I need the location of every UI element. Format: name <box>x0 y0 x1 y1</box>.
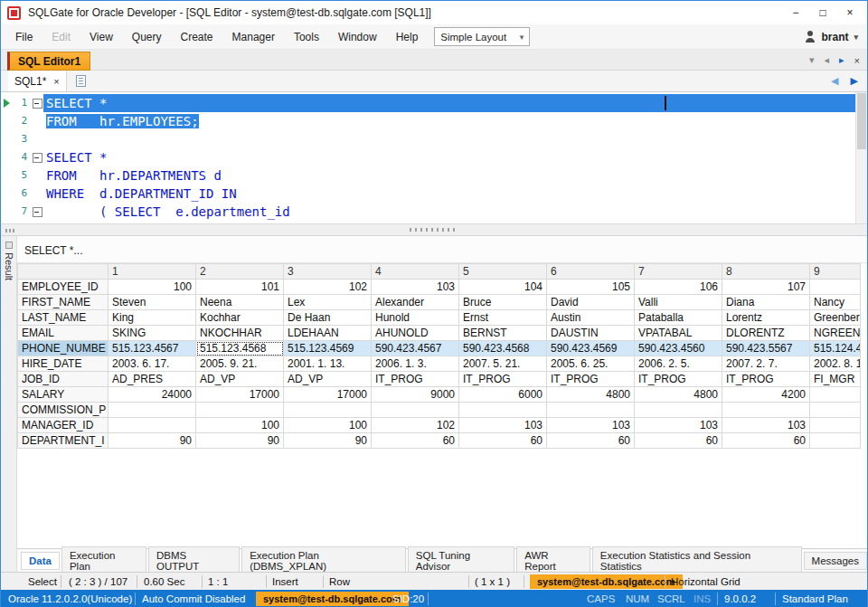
editor-scrollbar[interactable] <box>855 92 867 223</box>
layout-select[interactable]: Simple Layout ▾ <box>434 27 530 46</box>
grid-cell[interactable]: 6000 <box>459 387 547 403</box>
result-tab-execution-plan-dbms-xplan-[interactable]: Execution Plan (DBMS_XPLAN) <box>241 546 406 575</box>
grid-cell[interactable]: 60 <box>547 433 635 449</box>
grid-cell[interactable] <box>635 403 722 418</box>
grid-cell[interactable]: 2005. 9. 21. <box>196 356 284 372</box>
editor-line[interactable]: 6WHERE d.DEPARTMENT_ID IN <box>1 185 855 203</box>
fold-toggle-icon[interactable] <box>30 148 43 166</box>
grid-cell[interactable]: King <box>108 310 196 326</box>
grid-row-header[interactable]: JOB_ID <box>18 372 108 387</box>
menu-item-manager[interactable]: Manager <box>232 31 275 43</box>
editor-line[interactable]: 5FROM hr.DEPARTMENTS d <box>1 166 855 185</box>
close-icon[interactable]: × <box>836 1 863 24</box>
grid-cell[interactable]: 103 <box>635 418 722 433</box>
result-tab-awr-report[interactable]: AWR Report <box>516 546 590 575</box>
code-text[interactable] <box>43 130 855 148</box>
grid-cell[interactable]: Austin <box>547 310 635 326</box>
grid-cell[interactable]: Valli <box>635 295 722 310</box>
grid-cell[interactable]: Hunold <box>372 310 459 326</box>
grid-cell[interactable]: 590.423.4569 <box>547 341 635 356</box>
result-panel-tab[interactable]: Result <box>4 252 14 280</box>
result-tab-execution-plan[interactable]: Execution Plan <box>61 546 146 575</box>
grid-column-header[interactable]: 7 <box>635 264 722 280</box>
prev-doc-icon[interactable]: ◀ <box>831 75 838 87</box>
grid-cell[interactable]: DAUSTIN <box>547 326 635 341</box>
grid-cell[interactable]: 90 <box>284 433 372 449</box>
grid-cell[interactable]: 2007. 5. 21. <box>459 356 547 372</box>
grid-column-header[interactable]: 1 <box>108 264 196 280</box>
grid-cell[interactable]: IT_PROG <box>459 372 547 387</box>
grid-cell[interactable]: 590.423.4568 <box>459 341 547 356</box>
grid-column-header[interactable]: 6 <box>547 264 635 280</box>
grid-cell[interactable]: 17000 <box>284 387 372 403</box>
splitter-grip[interactable] <box>410 228 458 232</box>
grid-cell[interactable]: AHUNOLD <box>372 326 459 341</box>
grid-cell[interactable] <box>459 403 547 418</box>
grid-cell[interactable]: Pataballa <box>635 310 722 326</box>
close-panel-icon[interactable]: × <box>854 55 860 66</box>
grid-column-header[interactable]: 9 <box>810 264 861 280</box>
menu-item-query[interactable]: Query <box>132 31 162 43</box>
grid-row-header[interactable]: FIRST_NAME <box>18 295 108 310</box>
menu-item-view[interactable]: View <box>90 31 113 43</box>
grid-cell[interactable]: 2005. 6. 25. <box>547 356 635 372</box>
scrollbar-thumb[interactable] <box>857 93 866 149</box>
grid-cell[interactable]: Bruce <box>459 295 547 310</box>
code-text[interactable]: SELECT * <box>43 94 855 112</box>
grid-cell[interactable]: 590.423.4560 <box>635 341 722 356</box>
grid-cell[interactable]: 60 <box>372 433 459 449</box>
grid-cell[interactable]: 103 <box>722 418 810 433</box>
chevron-down-icon[interactable]: ▾ <box>809 54 815 66</box>
grid-cell[interactable] <box>810 280 861 295</box>
grid-cell[interactable]: 590.423.4567 <box>372 341 459 356</box>
grid-cell[interactable] <box>810 418 861 433</box>
result-tab-data[interactable]: Data <box>21 552 60 570</box>
grid-cell[interactable] <box>810 403 861 418</box>
grid-cell[interactable]: 9000 <box>372 387 459 403</box>
grid-cell[interactable]: AD_VP <box>196 372 284 387</box>
next-doc-icon[interactable]: ▶ <box>851 75 858 87</box>
code-text[interactable]: WHERE d.DEPARTMENT_ID IN <box>43 185 855 203</box>
grid-cell[interactable]: LDEHAAN <box>284 326 372 341</box>
code-text[interactable]: ( SELECT e.department_id <box>43 203 855 221</box>
grid-cell[interactable]: Alexander <box>372 295 459 310</box>
grid-cell[interactable] <box>810 387 861 403</box>
fold-toggle-icon[interactable] <box>30 94 43 112</box>
minimize-icon[interactable]: − <box>782 1 809 24</box>
grid-cell[interactable]: NGREENBE <box>810 326 861 341</box>
grid-cell[interactable]: 103 <box>459 418 547 433</box>
menu-item-help[interactable]: Help <box>396 31 419 43</box>
grid-cell[interactable] <box>108 403 196 418</box>
result-tab-messages[interactable]: Messages <box>804 552 867 570</box>
grid-cell[interactable] <box>547 403 635 418</box>
grid-cell[interactable]: 100 <box>108 280 196 295</box>
grid-cell[interactable]: 103 <box>547 418 635 433</box>
grid-cell[interactable]: 60 <box>459 433 547 449</box>
grid-cell[interactable]: IT_PROG <box>722 372 810 387</box>
grid-cell[interactable]: 17000 <box>196 387 284 403</box>
editor-line[interactable]: 1SELECT * <box>1 94 855 112</box>
grid-cell[interactable]: Steven <box>108 295 196 310</box>
grid-cell[interactable]: IT_PROG <box>635 372 722 387</box>
grid-cell[interactable]: 515.123.4568 <box>196 341 284 356</box>
grid-row-header[interactable]: COMMISSION_P <box>18 403 108 418</box>
grid-cell[interactable]: Lex <box>284 295 372 310</box>
grid-cell[interactable]: Kochhar <box>196 310 284 326</box>
grid-cell[interactable]: 2006. 1. 3. <box>372 356 459 372</box>
nav-right-icon[interactable]: ▸ <box>839 54 844 66</box>
code-text[interactable]: FROM hr.EMPLOYEES; <box>43 112 855 130</box>
connection-badge[interactable]: system@test-db.sqlgate.com <box>256 592 409 606</box>
menu-item-tools[interactable]: Tools <box>294 31 319 43</box>
grid-cell[interactable]: 100 <box>196 418 284 433</box>
result-tab-execution-statistics-and-session-statistics[interactable]: Execution Statistics and Session Statist… <box>592 546 802 575</box>
grid-cell[interactable]: 515.124.456 <box>810 341 861 356</box>
menu-item-window[interactable]: Window <box>338 31 377 43</box>
grid-cell[interactable]: 4800 <box>635 387 722 403</box>
grid-cell[interactable]: 515.123.4569 <box>284 341 372 356</box>
grid-cell[interactable]: 90 <box>196 433 284 449</box>
grid-row-header[interactable]: HIRE_DATE <box>18 356 108 372</box>
grid-column-header[interactable]: 5 <box>459 264 547 280</box>
grid-cell[interactable] <box>284 403 372 418</box>
grid-cell[interactable]: David <box>547 295 635 310</box>
grid-cell[interactable]: AD_PRES <box>108 372 196 387</box>
